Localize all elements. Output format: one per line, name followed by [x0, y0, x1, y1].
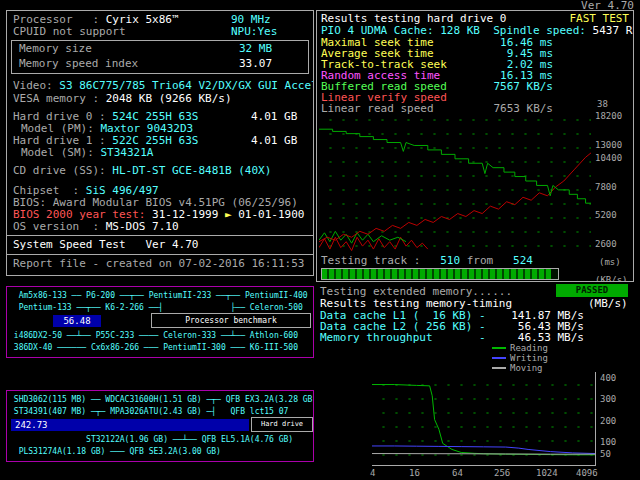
track-progress-fill [322, 269, 551, 279]
y-axis-label: 5200 [595, 210, 617, 220]
cpu-scale-row: 386DX-40 ────── Cx6x86-266 ─── PentiumII… [9, 343, 298, 353]
moving-line [372, 454, 595, 455]
memory-index-label: Memory speed index [19, 58, 138, 70]
ms-unit-label: (ms) [599, 257, 621, 267]
y-axis-label: 13000 [595, 140, 622, 150]
cpuid-status: CPUID not support [13, 26, 126, 38]
system-speed-test-screen: Ver 4.70 Processor : Cyrix 5x86™ 90 MHz … [0, 0, 640, 480]
hdd-chart-svg [319, 107, 591, 255]
memory-row-label: Memory throughput - [320, 332, 486, 344]
cd-value: HL-DT-ST GCE-8481B (40X) [106, 164, 272, 177]
memory-unit-label: (MB/s) [588, 298, 628, 310]
testing-track-total: 524 [493, 254, 533, 267]
cd-label: CD drive (SS): [13, 164, 106, 177]
y-axis-label: 10400 [595, 153, 622, 163]
y2k-arrow-icon: ► [225, 208, 232, 221]
reading-legend-label: Reading [510, 343, 548, 353]
video-row: Video: S3 86C775/785 Trio64 V2/DX/GX GUI… [13, 80, 314, 92]
track-progress-bar [321, 268, 559, 280]
memory-size-value: 32 MB [239, 43, 272, 55]
vesa-label: VESA memory : [13, 92, 99, 105]
moving-legend-swatch [492, 367, 506, 369]
mem-y-label: 200 [600, 416, 616, 426]
hdd-scale-row: ST34391(407 MB) ─┬─ MPA3026ATU(2.43 GB) … [9, 407, 288, 417]
memory-index-value: 33.07 [239, 58, 272, 70]
video-value: S3 86C775/785 Trio64 V2/DX/GX GUI Accel [53, 79, 314, 92]
divider [7, 254, 313, 255]
vesa-row: VESA memory : 2048 KB (9266 KB/s) [13, 93, 232, 105]
seek-noise-line [319, 237, 428, 250]
mem-x-label: 4 [370, 468, 375, 478]
cpu-scale-row: Pentium-133 ──┬── K6-2-266 ──┤ ├── Celer… [9, 303, 303, 313]
hdd-benchmark-bar: 242.73 [11, 419, 249, 431]
cpu-benchmark-title: Processor benchmark [151, 313, 311, 328]
spindle-value: 5437 RPM [593, 24, 634, 37]
hdd1-model-value: ST34321A [94, 146, 154, 159]
reading-line [372, 385, 595, 455]
testing-track-from: from [460, 254, 493, 267]
result-row-value: 7567 KB/s [493, 81, 553, 93]
mem-x-label: 1024 [536, 468, 558, 478]
system-info-panel: Processor : Cyrix 5x86™ 90 MHz CPUID not… [6, 10, 314, 276]
video-label: Video: [13, 79, 53, 92]
hdd-benchmark-panel: SHD3062(115 MB) ── WDCAC31600H(1.51 GB) … [6, 390, 314, 462]
writing-legend-swatch [492, 357, 506, 359]
cd-row: CD drive (SS): HL-DT-ST GCE-8481B (40X) [13, 165, 271, 177]
testing-track-row: Testing track : 510 from 524 [321, 255, 533, 267]
y-axis-label: 7800 [595, 182, 617, 192]
mem-x-label: 4096 [576, 468, 598, 478]
hdd-test-panel: Results testing hard drive 0 FAST TEST P… [316, 10, 634, 282]
cpu-benchmark-bar: 56.48 [53, 315, 101, 327]
hdd-scale-row: SHD3062(115 MB) ── WDCAC31600H(1.51 GB) … [9, 395, 314, 405]
vesa-value: 2048 KB (9266 KB/s) [99, 92, 231, 105]
cpu-scale-row: Am5x86-133 ── P6-200 ──┬── PentiumII-233… [9, 291, 308, 301]
testing-track-current: 510 [420, 254, 460, 267]
hdd0-size: 4.01 GB [251, 111, 297, 123]
mem-x-label: 16 [409, 468, 420, 478]
divider [7, 235, 313, 236]
hdd-scale-row: ST32122A(1.96 GB) ──┴── QFB EL5.1A(4.76 … [9, 435, 293, 445]
mem-y-label: 100 [600, 437, 616, 447]
report-file-line: Report file - created on 07-02-2016 16:1… [13, 258, 304, 270]
mem-y-label: 50 [600, 449, 611, 459]
y-axis-label: 2600 [595, 239, 617, 249]
reading-legend-swatch [492, 347, 506, 349]
y2k-date-to: 01-01-1900 [232, 208, 305, 221]
os-label: OS version : [13, 220, 99, 233]
writing-legend-label: Writing [510, 353, 548, 363]
y-axis-label: 38 [597, 99, 608, 109]
writing-line [372, 446, 595, 454]
kbs-unit-label: (KB/s) [595, 275, 628, 282]
mem-x-label: 64 [452, 468, 463, 478]
os-row: OS version : MS-DOS 7.10 [13, 221, 179, 233]
memory-chart-svg [372, 372, 595, 465]
mem-x-label: 256 [494, 468, 510, 478]
hdd-benchmark-title: Hard drive speed [251, 417, 313, 432]
hdd-scale-row: PLS31274A(1.18 GB) ─── QFB SE3.2A(3.00 G… [9, 447, 221, 457]
hdd1-model-label: Model (SM): [21, 146, 94, 159]
memory-speed-chart [372, 372, 596, 466]
os-value: MS-DOS 7.10 [99, 220, 178, 233]
read-noise-line [319, 231, 406, 243]
testing-track-label: Testing track : [321, 254, 420, 267]
memory-size-label: Memory size [19, 43, 92, 55]
npu-status: NPU:Yes [231, 26, 277, 38]
app-title: System Speed Test Ver 4.70 [13, 239, 198, 251]
cpu-benchmark-panel: Am5x86-133 ── P6-200 ──┬── PentiumII-233… [6, 286, 314, 358]
cpu-scale-row: i486DX2-50 ──┴── P55C-233 ──── Celeron-3… [9, 331, 298, 341]
hdd1-size: 4.01 GB [251, 135, 297, 147]
passed-badge: PASSED [556, 284, 628, 297]
mem-y-label: 400 [600, 373, 616, 383]
linear-read-line [319, 129, 591, 203]
hdd-seek-read-chart [319, 107, 591, 255]
hdd1-model-row: Model (SM): ST34321A [21, 147, 153, 159]
mem-y-label: 300 [600, 394, 616, 404]
y-axis-label: 18200 [595, 111, 622, 121]
